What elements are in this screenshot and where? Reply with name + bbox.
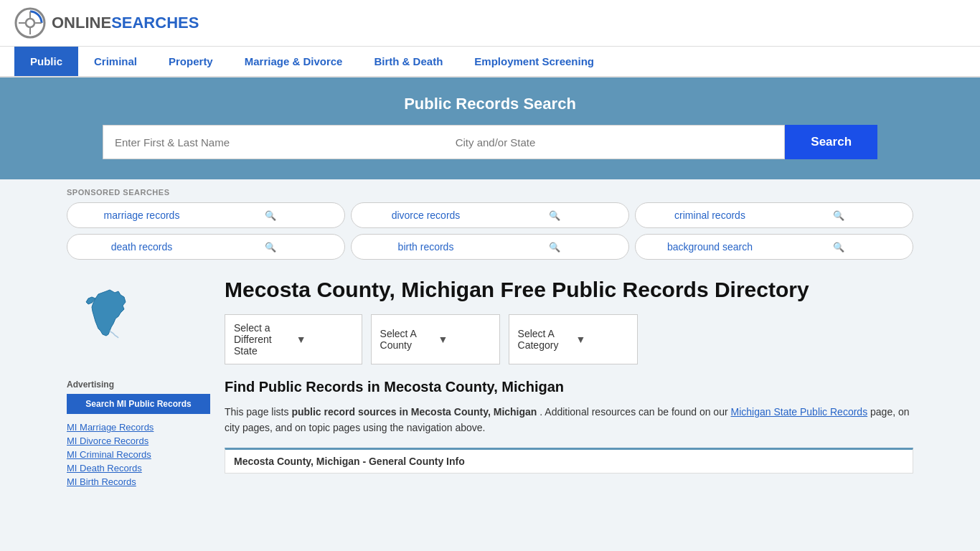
pill-background-label: background search bbox=[646, 241, 774, 253]
search-banner: Public Records Search Search bbox=[0, 77, 980, 179]
dropdowns-row: Select a Different State ▼ Select A Coun… bbox=[225, 314, 913, 364]
svg-point-1 bbox=[26, 19, 34, 27]
content-area: Advertising Search MI Public Records MI … bbox=[52, 265, 928, 501]
sponsored-section: SPONSORED SEARCHES marriage records 🔍 di… bbox=[52, 179, 928, 260]
logo-searches-text: SEARCHES bbox=[111, 14, 199, 32]
pill-divorce-label: divorce records bbox=[362, 209, 490, 221]
pill-criminal-label: criminal records bbox=[646, 209, 774, 221]
pill-background-search[interactable]: background search 🔍 bbox=[635, 234, 913, 260]
left-sidebar: Advertising Search MI Public Records MI … bbox=[67, 277, 210, 489]
description-text: This page lists public record sources in… bbox=[225, 404, 913, 436]
find-records-title: Find Public Records in Mecosta County, M… bbox=[225, 379, 913, 395]
sidebar-link-mi-divorce[interactable]: MI Divorce Records bbox=[67, 435, 210, 446]
pill-birth-records[interactable]: birth records 🔍 bbox=[351, 234, 629, 260]
category-dropdown[interactable]: Select A Category ▼ bbox=[509, 314, 638, 364]
county-dropdown[interactable]: Select A County ▼ bbox=[371, 314, 500, 364]
pill-death-records[interactable]: death records 🔍 bbox=[67, 234, 345, 260]
chevron-down-icon: ▼ bbox=[438, 334, 491, 345]
search-pills-row1: marriage records 🔍 divorce records 🔍 cri… bbox=[67, 202, 913, 260]
search-button[interactable]: Search bbox=[785, 125, 877, 159]
page-title: Mecosta County, Michigan Free Public Rec… bbox=[225, 277, 913, 303]
pill-marriage-records[interactable]: marriage records 🔍 bbox=[67, 202, 345, 228]
category-dropdown-label: Select A Category bbox=[518, 328, 570, 351]
logo[interactable]: ONLINE SEARCHES bbox=[14, 7, 199, 39]
pill-marriage-label: marriage records bbox=[77, 209, 206, 221]
chevron-down-icon: ▼ bbox=[296, 334, 353, 345]
nav-item-criminal[interactable]: Criminal bbox=[78, 47, 153, 76]
sidebar-link-mi-marriage[interactable]: MI Marriage Records bbox=[67, 421, 210, 433]
state-dropdown[interactable]: Select a Different State ▼ bbox=[225, 314, 362, 364]
pill-criminal-records[interactable]: criminal records 🔍 bbox=[635, 202, 913, 228]
pill-birth-label: birth records bbox=[362, 241, 490, 253]
city-input[interactable] bbox=[444, 125, 786, 159]
state-dropdown-label: Select a Different State bbox=[234, 322, 291, 357]
description-intro: This page lists bbox=[225, 406, 291, 418]
general-county-info-bar: Mecosta County, Michigan - General Count… bbox=[225, 448, 913, 474]
sidebar-link-mi-birth[interactable]: MI Birth Records bbox=[67, 476, 210, 487]
sidebar-link-mi-criminal[interactable]: MI Criminal Records bbox=[67, 448, 210, 460]
main-wrapper: SPONSORED SEARCHES marriage records 🔍 di… bbox=[0, 179, 980, 551]
search-banner-title: Public Records Search bbox=[14, 95, 966, 113]
nav-item-public[interactable]: Public bbox=[14, 47, 78, 76]
advertising-label: Advertising bbox=[67, 380, 210, 390]
nav-item-employment[interactable]: Employment Screening bbox=[458, 47, 610, 76]
chevron-down-icon: ▼ bbox=[576, 334, 628, 345]
sponsored-label: SPONSORED SEARCHES bbox=[67, 188, 913, 197]
pill-divorce-records[interactable]: divorce records 🔍 bbox=[351, 202, 629, 228]
nav-item-birth-death[interactable]: Birth & Death bbox=[358, 47, 458, 76]
name-input[interactable] bbox=[103, 125, 444, 159]
main-nav: Public Criminal Property Marriage & Divo… bbox=[0, 47, 980, 77]
site-header: ONLINE SEARCHES bbox=[0, 0, 980, 47]
main-content: Mecosta County, Michigan Free Public Rec… bbox=[225, 277, 913, 489]
search-icon: 🔍 bbox=[206, 242, 334, 253]
nav-item-property[interactable]: Property bbox=[153, 47, 229, 76]
logo-online-text: ONLINE bbox=[52, 14, 111, 32]
ad-search-button[interactable]: Search MI Public Records bbox=[67, 394, 210, 414]
search-form: Search bbox=[103, 125, 877, 159]
sidebar-link-mi-death[interactable]: MI Death Records bbox=[67, 462, 210, 474]
search-icon: 🔍 bbox=[774, 242, 903, 253]
search-icon: 🔍 bbox=[490, 242, 618, 253]
logo-icon bbox=[14, 7, 46, 39]
search-icon: 🔍 bbox=[206, 210, 334, 221]
sidebar-links: MI Marriage Records MI Divorce Records M… bbox=[67, 421, 210, 487]
description-bold: public record sources in Mecosta County,… bbox=[291, 406, 537, 418]
pill-death-label: death records bbox=[77, 241, 206, 253]
michigan-state-link[interactable]: Michigan State Public Records bbox=[730, 406, 867, 418]
logo-text: ONLINE SEARCHES bbox=[52, 14, 199, 32]
michigan-map-container bbox=[67, 277, 210, 372]
county-dropdown-label: Select A County bbox=[380, 328, 433, 351]
description-mid: . Additional resources can be found on o… bbox=[540, 406, 730, 418]
michigan-map bbox=[67, 277, 160, 370]
search-icon: 🔍 bbox=[774, 210, 903, 221]
nav-item-marriage-divorce[interactable]: Marriage & Divorce bbox=[229, 47, 359, 76]
search-icon: 🔍 bbox=[490, 210, 618, 221]
